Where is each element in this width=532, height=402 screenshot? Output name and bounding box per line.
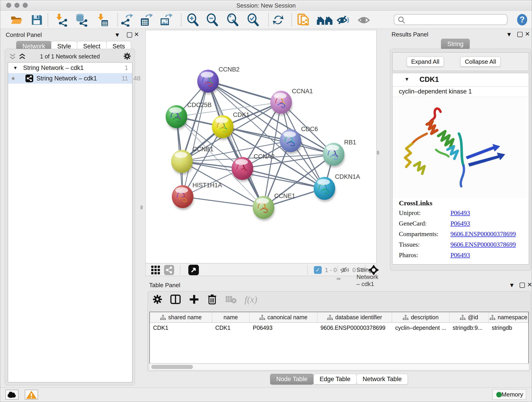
crosslink-link[interactable]: P06493 [450, 220, 470, 227]
network-share-button-icon[interactable] [164, 265, 174, 275]
zoom-fit-button[interactable] [226, 13, 239, 27]
cloud-status-button[interactable] [5, 390, 19, 400]
scrollbar-thumb[interactable] [151, 365, 193, 369]
network-canvas[interactable]: CCNB2CCNA1CDC25BCDK1CDC6RB1CCNB1CCNA2CDK… [146, 30, 376, 263]
navigate-crosshair-icon[interactable] [368, 265, 379, 275]
results-button-box: Expand All Collapse All [392, 52, 529, 71]
memory-button[interactable]: Memory [492, 389, 526, 400]
gear-icon[interactable] [123, 52, 131, 60]
zoom-selected-button[interactable] [246, 13, 260, 27]
svg-text:?: ? [520, 15, 525, 24]
node-CDC6[interactable]: CDC6 [280, 126, 318, 154]
tab-edge-table[interactable]: Edge Table [313, 374, 357, 385]
table-cell[interactable]: P06493 [249, 323, 317, 333]
import-table-icon [96, 13, 109, 27]
column-header-namespace[interactable]: namespace [488, 312, 528, 322]
show-eye-button[interactable] [357, 13, 370, 27]
column-header--id[interactable]: @id [450, 312, 489, 322]
expand-all-button[interactable]: Expand All [407, 57, 444, 67]
node-CCNB2[interactable]: CCNB2 [197, 66, 240, 95]
add-column-icon[interactable] [189, 294, 199, 305]
panel-float-icon[interactable]: ▢ [517, 31, 523, 37]
node-CDKN1A[interactable]: CDKN1A [314, 173, 360, 202]
column-header-shared-name[interactable]: shared name [150, 312, 212, 322]
column-header-canonical-name[interactable]: canonical name [249, 312, 317, 322]
table-cell[interactable]: CDK1 [212, 323, 250, 333]
help-button[interactable]: ? [516, 13, 529, 27]
hide-unhide-button[interactable] [336, 13, 350, 27]
column-header-database-identifier[interactable]: database identifier [317, 312, 392, 322]
selected-checkbox[interactable]: ✓ [314, 266, 322, 274]
node-CCNA1[interactable]: CCNA1 [270, 88, 313, 115]
string-home-button[interactable] [316, 13, 333, 27]
import-network-file-button[interactable] [55, 13, 69, 27]
table-gear-icon[interactable] [152, 294, 162, 304]
export-image-button[interactable] [159, 13, 172, 27]
panel-close-icon[interactable]: ✕ [527, 282, 532, 288]
selected-count: 1 - 0 [325, 267, 337, 274]
crosslink-link[interactable]: P06493 [450, 209, 470, 216]
collapse-triangle-icon[interactable]: ▼ [13, 63, 18, 73]
collapse-all-button[interactable]: Collapse All [460, 57, 500, 67]
crosslink-link[interactable]: P06493 [450, 251, 470, 259]
crosslink-link[interactable]: 9606.ENSP00000378699 [450, 230, 516, 237]
refresh-button[interactable] [272, 13, 285, 27]
panel-float-icon[interactable]: ▢ [519, 281, 525, 288]
network-view[interactable]: CCNB2CCNA1CDC25BCDK1CDC6RB1CCNB1CCNA2CDK… [146, 30, 376, 263]
import-table-file-button[interactable] [96, 13, 109, 27]
search-input[interactable] [407, 16, 503, 23]
node-label-RB1: RB1 [344, 139, 356, 146]
column-label: description [411, 314, 438, 321]
table-cell[interactable]: stringdb [488, 323, 528, 333]
table-row[interactable]: CDK1CDK1P064939606.ENSP00000378699cyclin… [150, 323, 528, 333]
node-CDC25B[interactable]: CDC25B [166, 102, 212, 130]
birdseye-view-icon[interactable] [188, 265, 199, 275]
crosslink-link[interactable]: 9606.ENSP00000378699 [450, 241, 516, 248]
network-row-selected[interactable]: String Network – cdk1 11 48 [8, 73, 132, 84]
horizontal-scrollbar[interactable] [149, 364, 529, 370]
table-cell[interactable]: 9606.ENSP00000378699 [317, 323, 392, 333]
zoom-out-button[interactable] [206, 13, 219, 27]
node-result-header[interactable]: ▼ CDK1 [393, 73, 529, 86]
column-header-description[interactable]: description [392, 312, 450, 322]
crosslink-label: Compartments: [399, 230, 450, 238]
save-session-button[interactable] [30, 13, 43, 27]
panel-close-icon[interactable]: ✕ [525, 31, 530, 37]
panel-menu-icon[interactable]: ▼ [506, 32, 512, 37]
edge-HIST1H1A-CCNE1[interactable] [183, 197, 264, 207]
node-RB1[interactable]: RB1 [323, 139, 356, 167]
table-header-row: shared namenamecanonical namedatabase id… [150, 312, 528, 323]
column-label: shared name [168, 314, 202, 321]
column-label: canonical name [267, 314, 307, 321]
column-header-name[interactable]: name [212, 312, 250, 322]
export-table-button[interactable] [139, 13, 153, 27]
edge-count: 48 [133, 73, 140, 84]
collapse-triangle-icon[interactable]: ▼ [404, 76, 409, 82]
tab-node-table[interactable]: Node Table [270, 374, 314, 385]
warning-status-button[interactable] [25, 390, 38, 400]
splitter-handle[interactable] [140, 205, 143, 210]
node-HIST1H1A[interactable]: HIST1H1A [172, 182, 222, 210]
network-collection-row[interactable]: ▼ String Network – cdk1 1 [8, 63, 132, 73]
panel-menu-icon[interactable]: ▼ [509, 282, 515, 288]
splitter-handle[interactable] [336, 278, 341, 280]
open-session-button[interactable] [10, 13, 23, 27]
delete-column-icon[interactable] [207, 294, 217, 305]
import-network-database-button[interactable] [75, 13, 88, 27]
zoom-in-button[interactable] [186, 13, 199, 27]
table-cell[interactable]: stringdb:9... [450, 323, 489, 333]
tab-network-table[interactable]: Network Table [356, 374, 408, 385]
clone-network-button[interactable] [297, 13, 310, 27]
show-columns-icon[interactable] [170, 294, 181, 305]
crosslink-row: Uniprot:P06493 [399, 209, 529, 220]
panel-float-icon[interactable]: ▢ [126, 31, 133, 38]
table-cell[interactable]: cyclin–dependent ... [392, 323, 450, 333]
grid-view-icon[interactable] [151, 265, 160, 275]
export-network-button[interactable] [120, 13, 133, 27]
table-cell[interactable]: CDK1 [150, 323, 212, 333]
node-CDK1[interactable]: CDK1 [212, 111, 249, 140]
hidden-eye-slash-icon[interactable] [340, 266, 350, 274]
tab-string[interactable]: String [441, 39, 470, 50]
panel-menu-icon[interactable]: ▼ [114, 32, 120, 38]
panel-close-icon[interactable]: ✕ [134, 32, 139, 37]
